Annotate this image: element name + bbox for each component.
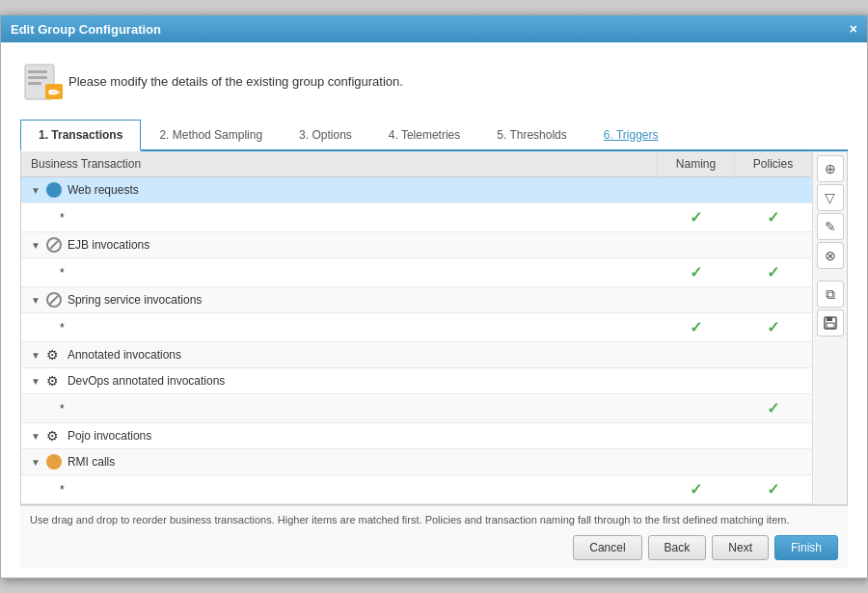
edit-button[interactable]: ✎ [817,213,844,240]
check-icon: ✓ [767,264,779,281]
svg-rect-8 [827,323,834,328]
table-row[interactable]: * ✓ ✓ [21,203,812,232]
naming-cell [658,449,735,475]
table-row[interactable]: * ✓ [21,394,812,423]
check-icon: ✓ [767,400,779,417]
naming-cell: ✓ [658,203,735,232]
policies-cell [735,232,812,258]
check-icon: ✓ [690,264,702,281]
tab-triggers[interactable]: 6. Triggers [585,120,677,149]
expand-arrow-icon: ▼ [31,457,41,468]
expand-arrow-icon: ▼ [31,376,41,387]
title-bar: Edit Group Configuration × [1,15,867,42]
col-header-policies: Policies [735,151,812,177]
header-text: Please modify the details of the existin… [68,74,403,89]
expand-arrow-icon: ▼ [31,350,41,361]
row-label-text: Annotated invocations [68,348,181,362]
row-label-text: DevOps annotated invocations [68,374,225,388]
check-icon: ✓ [690,319,702,336]
expand-arrow-icon: ▼ [31,295,41,306]
tabs-container: 1. Transactions 2. Method Sampling 3. Op… [20,120,848,151]
policies-cell [735,368,812,394]
expand-arrow-icon: ▼ [31,240,41,251]
row-label-text: Web requests [68,183,139,197]
gear-icon: ⚙ [46,428,62,444]
rmi-icon [46,454,62,470]
expand-arrow-icon: ▼ [31,185,41,196]
policies-cell [735,423,812,449]
row-label-text: * [60,402,65,416]
table-row[interactable]: * ✓ ✓ [21,313,812,342]
svg-rect-2 [28,76,47,79]
save-config-button[interactable] [817,310,844,337]
next-button[interactable]: Next [712,535,769,560]
policies-cell [735,177,812,203]
row-label-text: * [60,266,65,280]
delete-button[interactable]: ⊗ [817,242,844,269]
naming-cell [658,394,735,423]
cancel-button[interactable]: Cancel [573,535,641,560]
row-label-text: RMI calls [68,455,115,469]
policies-cell [735,449,812,475]
table-area: Business Transaction Naming Policies ▼ [21,151,812,504]
table-row[interactable]: ▼ EJB invocations [21,232,812,258]
naming-cell [658,232,735,258]
tab-options[interactable]: 3. Options [281,120,370,149]
policies-cell: ✓ [735,203,812,232]
tab-transactions[interactable]: 1. Transactions [20,120,141,151]
policies-cell: ✓ [735,394,812,423]
table-row[interactable]: ▼ Web requests [21,177,812,203]
side-toolbar: ⊕ ▽ ✎ ⊗ ⧉ [812,151,847,504]
business-transaction-table: Business Transaction Naming Policies ▼ [21,151,812,504]
svg-rect-7 [827,317,832,321]
table-row[interactable]: ▼ RMI calls [21,449,812,475]
gear-icon: ⚙ [46,373,62,389]
table-row[interactable]: ▼ Spring service invocations [21,287,812,313]
table-row[interactable]: ▼ ⚙ Annotated invocations [21,342,812,368]
footer-area: Use drag and drop to reorder business tr… [20,505,848,568]
header-section: ✏ Please modify the details of the exist… [20,57,848,105]
col-header-business-transaction: Business Transaction [21,151,658,177]
svg-rect-3 [28,82,41,85]
naming-cell [658,423,735,449]
col-header-naming: Naming [658,151,735,177]
footer-note: Use drag and drop to reorder business tr… [30,514,838,526]
add-button[interactable]: ⊕ [817,155,844,182]
row-label-text: Spring service invocations [68,293,202,307]
svg-text:✏: ✏ [48,85,61,100]
table-row[interactable]: ▼ ⚙ DevOps annotated invocations [21,368,812,394]
naming-cell: ✓ [658,475,735,504]
tab-thresholds[interactable]: 5. Thresholds [478,120,585,149]
check-icon: ✓ [767,209,779,226]
circle-slash-icon [46,237,62,253]
copy-button[interactable]: ⧉ [817,281,844,308]
check-icon: ✓ [690,209,702,226]
naming-cell [658,342,735,368]
check-icon: ✓ [767,319,779,336]
naming-cell [658,177,735,203]
svg-rect-1 [28,70,47,73]
check-icon: ✓ [690,481,702,498]
circle-slash-icon [46,292,62,308]
filter-button[interactable]: ▽ [817,184,844,211]
footer-buttons: Cancel Back Next Finish [30,535,838,560]
close-button[interactable]: × [850,21,857,37]
main-content: Business Transaction Naming Policies ▼ [20,151,848,505]
naming-cell [658,287,735,313]
table-row[interactable]: ▼ ⚙ Pojo invocations [21,423,812,449]
table-row[interactable]: * ✓ ✓ [21,475,812,504]
finish-button[interactable]: Finish [774,535,838,560]
naming-cell: ✓ [658,258,735,287]
expand-arrow-icon: ▼ [31,431,41,442]
tab-telemetries[interactable]: 4. Telemetries [370,120,478,149]
back-button[interactable]: Back [648,535,707,560]
tab-method-sampling[interactable]: 2. Method Sampling [141,120,281,149]
policies-cell [735,287,812,313]
dialog-body: ✏ Please modify the details of the exist… [1,42,867,578]
table-row[interactable]: * ✓ ✓ [21,258,812,287]
globe-icon [46,182,62,198]
row-label-text: * [60,321,65,335]
dialog-title: Edit Group Configuration [11,22,161,37]
policies-cell: ✓ [735,258,812,287]
naming-cell [658,368,735,394]
